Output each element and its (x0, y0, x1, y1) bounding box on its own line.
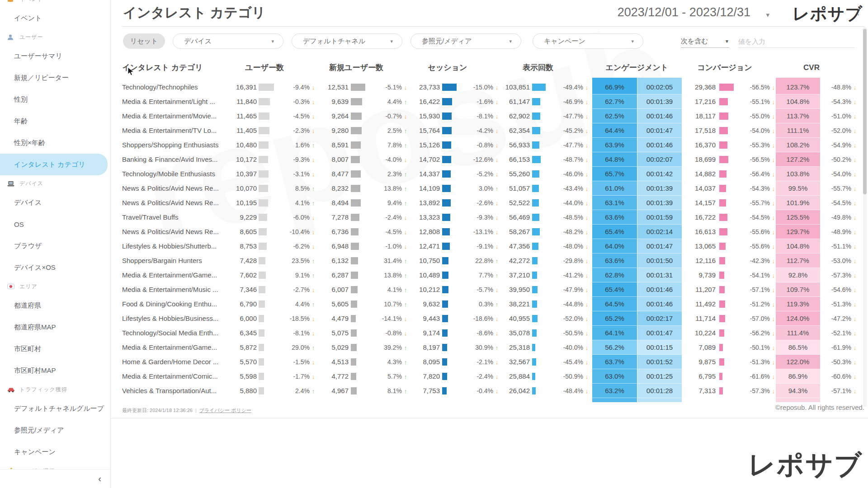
arrow-down-icon: ↓ (585, 243, 589, 250)
table-row: Technology/Social Media Enth...6,345-8.1… (111, 326, 868, 340)
table-header-cell[interactable]: セッション (428, 61, 467, 75)
arrow-down-icon: ↓ (771, 243, 776, 250)
users-value: 11,840 (208, 94, 257, 109)
new_users-value: 8,494 (300, 196, 349, 210)
conv-change-value: -54.0% (750, 127, 770, 134)
arrow-down-icon: ↓ (853, 243, 857, 250)
engagement-rate-cell: 62.7% (592, 94, 637, 109)
arrow-down-icon: ↓ (853, 127, 857, 134)
sidebar-item[interactable]: 都道府県MAP (0, 316, 110, 338)
conv-change-value: -55.7% (750, 199, 770, 206)
sidebar-item[interactable]: 都道府県 (0, 295, 110, 316)
sidebar-item[interactable]: イベント (0, 7, 110, 29)
conv-change: -55.6%↓ (722, 225, 776, 239)
views-change-value: -47.9% (563, 286, 583, 293)
sidebar-item[interactable]: デバイス (0, 192, 110, 213)
views-value: 42,272 (481, 253, 530, 268)
table-header-cell[interactable]: 新規ユーザー数 (329, 61, 383, 75)
filter-dropdown[interactable]: デフォルトチャネル▾ (292, 33, 402, 49)
views-change-value: -50.5% (563, 329, 583, 337)
sidebar-section-label: デバイス (19, 180, 43, 188)
filter-dropdown[interactable]: 参照元/メディア▾ (410, 33, 521, 49)
views-change-value: -52.0% (563, 315, 583, 322)
match-condition-select[interactable]: 次を含む ▼ (681, 35, 729, 48)
engagement-time-cell: 00:02:14 (637, 225, 682, 239)
engagement-time-cell: 00:01:47 (637, 123, 682, 138)
conv-change: -55.7%↓ (722, 196, 776, 210)
sidebar-item[interactable]: 性別×年齢 (0, 132, 110, 154)
conv-change: -61.6%↓ (722, 369, 776, 384)
views-change: -48.4%↓ (535, 384, 589, 398)
scrollbar-thumb[interactable] (863, 29, 867, 194)
table-row: Vehicles & Transportation/Aut...5,8802.4… (111, 384, 868, 398)
views-change-value: -48.5% (563, 214, 583, 221)
cvr-change-value: -48.9% (831, 228, 851, 235)
conv-change: -57.0%↓ (722, 311, 776, 326)
cvr-change: -54.6%↓ (803, 282, 857, 297)
engagement-rate-cell: 63.0% (592, 369, 637, 384)
views-change-value: -43.4% (563, 185, 583, 192)
sidebar-item[interactable]: ユーザーサマリ (0, 45, 110, 67)
reset-button[interactable]: リセット (123, 33, 165, 49)
sidebar-item[interactable]: OS (0, 213, 110, 235)
table-header-cell[interactable]: CVR (803, 61, 820, 75)
cvr-change: -54.5%↓ (803, 196, 857, 210)
arrow-down-icon: ↓ (853, 171, 857, 178)
cvr-change: -51.3%↓ (803, 297, 857, 311)
collapse-sidebar-icon[interactable]: ‹ (98, 474, 101, 484)
sidebar-item[interactable]: 性別 (0, 89, 110, 110)
sidebar-item[interactable]: 参照元/メディア (0, 419, 110, 441)
filter-dropdown[interactable]: デバイス▾ (173, 33, 283, 49)
filter-dropdown[interactable]: キャンペーン▾ (533, 33, 643, 49)
engagement-rate-cell: 64.8% (592, 152, 637, 167)
sidebar-item[interactable]: 年齢 (0, 110, 110, 132)
device-icon (7, 180, 15, 187)
date-range-selector[interactable]: 2023/12/01 - 2023/12/31 (618, 5, 750, 19)
sessions-value: 15,126 (391, 138, 440, 152)
arrow-down-icon: ↓ (771, 359, 776, 366)
arrow-down-icon: ↓ (771, 84, 776, 91)
engagement-time-cell: 00:01:25 (637, 369, 682, 384)
sidebar-item[interactable]: 新規／リピーター (0, 67, 110, 89)
engagement-rate-cell: 65.7% (592, 167, 637, 181)
sidebar-item[interactable]: インタレスト カテゴリ (0, 154, 108, 175)
arrow-down-icon: ↓ (771, 142, 776, 149)
conv-change-value: -42.3% (750, 257, 770, 264)
table-header-cell[interactable]: エンゲージメント (606, 61, 669, 75)
views-change: -43.4%↓ (535, 181, 589, 196)
table-header-cell[interactable]: コンバージョン (697, 61, 752, 75)
sessions-value: 9,632 (391, 297, 440, 311)
table-header-cell[interactable]: 表示回数 (523, 61, 553, 75)
sessions-value: 8,197 (391, 340, 440, 355)
sidebar-item[interactable]: デフォルトチャネルグループ (0, 398, 110, 419)
engagement-rate-cell: 65.4% (592, 225, 637, 239)
privacy-policy-link[interactable]: プライバシー ポリシー (199, 408, 251, 413)
sessions-value: 12,471 (391, 239, 440, 253)
sessions-value: 9,443 (391, 311, 440, 326)
conv-change-value: -54.1% (750, 272, 770, 279)
table-header-cell[interactable]: ユーザー数 (245, 61, 284, 75)
arrow-down-icon: ↓ (771, 99, 776, 105)
filter-value-input[interactable] (738, 35, 854, 48)
sessions-value: 10,212 (391, 282, 440, 297)
arrow-down-icon: ↓ (771, 286, 776, 293)
arrow-down-icon: ↓ (853, 229, 857, 235)
sidebar-item[interactable]: デバイス×OS (0, 257, 110, 278)
views-value: 39,950 (481, 282, 530, 297)
sessions-value: 14,337 (391, 167, 440, 181)
mouse-cursor-icon (127, 67, 135, 78)
table-row: Travel/Travel Buffs9,229-6.0%↓7,278-2.4%… (111, 210, 868, 225)
column-options-icon[interactable]: ⋮ (854, 7, 862, 17)
sidebar-item[interactable]: キャンペーン (0, 441, 110, 463)
sidebar-item[interactable]: 市区町村MAP (0, 360, 110, 381)
sessions-value: 13,323 (391, 210, 440, 225)
engagement-time-cell: 00:01:31 (637, 268, 682, 282)
engagement-rate-cell: 56.2% (592, 340, 637, 355)
new_users-value: 5,075 (300, 326, 349, 340)
arrow-down-icon: ↓ (771, 272, 776, 279)
new_users-value: 12,531 (300, 80, 349, 94)
table-row: News & Politics/Avid News Re...8,605-10.… (111, 225, 868, 239)
chevron-down-icon[interactable]: ▾ (766, 11, 769, 19)
sidebar-item[interactable]: 市区町村 (0, 338, 110, 360)
sidebar-item[interactable]: ブラウザ (0, 235, 110, 257)
